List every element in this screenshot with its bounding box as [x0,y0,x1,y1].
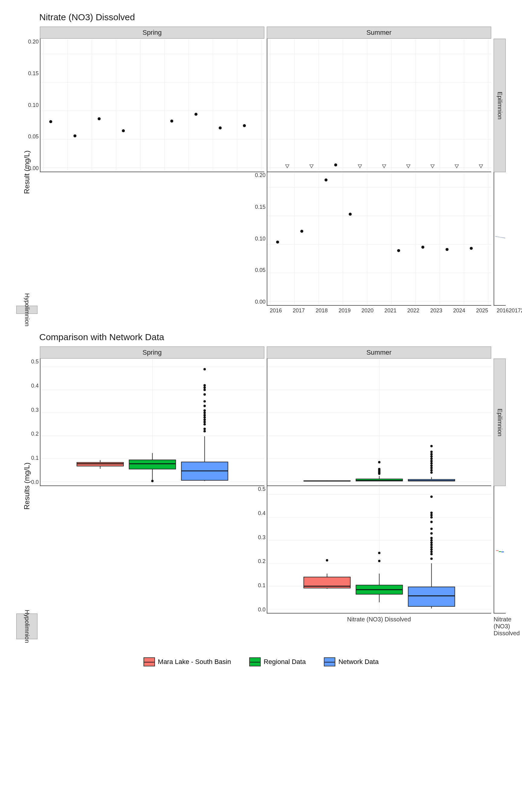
panel-spring-epi: 0.20 0.15 0.10 0.05 0.00 [40,39,264,172]
svg-point-110 [203,421,206,423]
scatter-facet-grid: Spring Summer Result (mg/L) 0.20 0.15 0.… [16,26,506,314]
bpanel-spring-hypo: 0.50.40.30.20.10.0 [267,486,491,613]
svg-point-193 [430,516,433,519]
svg-rect-206 [496,550,498,551]
xaxis-summer: 2016201720182019202020212022202320242025 [494,306,506,314]
svg-point-22 [243,124,246,127]
svg-rect-179 [408,587,455,607]
legend-item-regional: Regional Data [249,657,306,666]
svg-point-20 [195,113,198,116]
xaxis-spring: 2016201720182019202020212022202320242025 [267,306,491,314]
boxplot-chart-block: Comparison with Network Data Spring Summ… [6,332,516,639]
svg-point-78 [495,237,496,237]
svg-rect-215 [501,551,504,552]
bxaxis-summer: Nitrate (NO3) Dissolved [494,613,506,639]
bpanel-summer-hypo [494,486,506,613]
svg-point-17 [98,117,101,120]
svg-point-54 [276,241,279,243]
svg-point-194 [430,514,433,516]
svg-point-156 [430,453,433,455]
svg-point-116 [203,405,206,407]
svg-point-157 [430,451,433,453]
svg-point-119 [203,389,206,391]
svg-point-60 [446,248,448,251]
legend-swatch-regional [249,657,261,666]
boxplot-facet-grid: Spring Summer Results (mg/L) 0.50.40.30.… [16,346,506,639]
brow-strip-epi: Epilimnion [494,359,506,486]
bpanel-spring-epi: 0.50.40.30.20.10.0 [40,359,264,486]
svg-point-183 [430,551,433,553]
svg-point-195 [430,511,433,514]
scatter-chart-block: Nitrate (NO3) Dissolved Spring Summer Re… [6,12,516,314]
svg-point-59 [421,246,424,249]
svg-point-191 [430,528,433,530]
svg-point-181 [430,557,433,560]
svg-point-111 [203,419,206,421]
svg-point-55 [300,230,303,233]
legend-item-network: Network Data [324,657,379,666]
svg-point-113 [203,414,206,416]
svg-point-176 [378,552,381,554]
svg-point-115 [203,409,206,412]
svg-point-16 [74,135,76,138]
svg-point-57 [348,213,352,216]
legend-swatch-network [324,657,335,666]
svg-point-151 [430,464,433,467]
svg-point-122 [203,368,206,370]
svg-point-189 [430,537,433,539]
bcol-strip-summer: Summer [267,346,491,359]
legend: Mara Lake - South Basin Regional Data Ne… [6,657,516,666]
svg-rect-96 [77,463,124,466]
svg-point-109 [203,423,206,426]
svg-point-170 [326,559,328,562]
svg-point-56 [324,179,327,182]
svg-point-184 [430,548,433,551]
svg-point-155 [430,455,433,458]
bpanel-summer-epi [267,359,491,486]
svg-rect-100 [129,460,176,469]
svg-point-86 [505,238,505,238]
svg-line-77 [495,236,505,238]
svg-point-118 [203,393,206,396]
svg-point-114 [203,412,206,414]
svg-point-149 [430,469,433,471]
panel-summer-hypo [494,172,506,306]
svg-point-175 [378,560,381,562]
svg-point-154 [430,458,433,460]
byticks-bot: 0.50.40.30.20.10.0 [250,486,265,613]
legend-swatch-mara [143,657,155,666]
col-strip-summer: Summer [267,26,491,39]
svg-point-117 [203,400,206,403]
panel-spring-hypo: 0.20 0.15 0.10 0.05 0.00 [267,172,491,306]
svg-point-61 [470,247,473,250]
svg-point-79 [496,237,497,237]
svg-point-21 [219,126,222,129]
svg-point-150 [430,467,433,469]
svg-point-182 [430,553,433,555]
panel-summer-epi [267,39,491,172]
svg-point-19 [170,120,174,123]
svg-point-120 [203,386,206,389]
boxplot-title: Comparison with Network Data [39,332,516,342]
svg-point-15 [49,120,52,123]
svg-point-107 [203,430,206,432]
svg-point-82 [500,238,501,238]
svg-point-102 [151,480,154,482]
svg-point-108 [203,428,206,430]
svg-point-187 [430,541,433,544]
row-strip-epi: Epilimnion [494,39,506,172]
svg-point-153 [430,460,433,462]
svg-point-190 [430,532,433,535]
legend-item-mara: Mara Lake - South Basin [143,657,231,666]
svg-rect-210 [499,551,501,552]
svg-point-192 [430,521,433,523]
svg-point-81 [499,237,499,238]
svg-point-58 [397,249,400,252]
svg-point-148 [430,471,433,474]
svg-point-121 [203,384,206,386]
byticks-top: 0.50.40.30.20.10.0 [24,359,39,485]
brow-strip-hypo: Hypolimnion [16,613,38,639]
col-strip-spring: Spring [40,26,264,39]
svg-point-84 [503,238,503,238]
svg-point-18 [122,129,125,132]
